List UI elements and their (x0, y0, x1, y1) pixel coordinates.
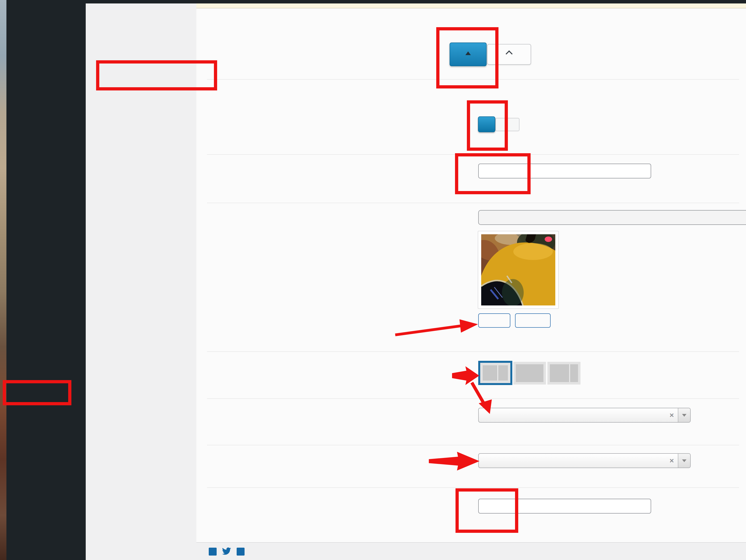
appearance-submenu (6, 8, 86, 17)
clear-icon[interactable]: × (669, 408, 674, 422)
divider (207, 352, 739, 352)
layout-option-full-width[interactable] (513, 362, 546, 385)
remove-button[interactable] (515, 313, 551, 328)
twitter-icon[interactable] (221, 547, 232, 557)
shop-column-select[interactable]: × (478, 453, 691, 468)
divider (207, 445, 739, 445)
caret-up-icon (465, 51, 471, 55)
show-banner-on-button[interactable] (478, 116, 495, 132)
divider (207, 154, 739, 155)
site-background-strip (0, 0, 6, 560)
number-of-products-input[interactable] (478, 499, 651, 513)
dropdown-arrow-icon[interactable] (678, 454, 690, 468)
layout-option-right-sidebar[interactable] (478, 361, 512, 385)
background-image-preview (478, 231, 559, 309)
linkedin-icon[interactable] (237, 548, 245, 556)
footer-band (196, 543, 746, 560)
caret-up-icon (506, 50, 513, 57)
notice-strip (196, 3, 746, 8)
taxi-photo (481, 234, 555, 305)
admin-top-bar (6, 0, 746, 3)
divider (207, 203, 739, 203)
background-image-url-input[interactable] (478, 210, 746, 225)
layout-option-split[interactable] (547, 362, 580, 385)
source-type-default-button[interactable] (450, 43, 487, 66)
wp-admin-sidebar (6, 0, 86, 560)
dropdown-arrow-icon[interactable] (678, 408, 690, 422)
banner-title-input[interactable] (478, 164, 651, 178)
facebook-icon[interactable] (209, 548, 217, 556)
clear-icon[interactable]: × (669, 454, 674, 468)
theme-options-menu-column (86, 3, 196, 560)
sidebar-select[interactable]: × (478, 408, 691, 423)
divider (207, 398, 739, 399)
wordpress-admin-screen: × × (0, 0, 746, 560)
divider (207, 79, 739, 80)
show-banner-off-button[interactable] (495, 118, 519, 131)
upload-button[interactable] (478, 313, 510, 328)
source-type-elementor-button[interactable] (487, 44, 531, 65)
divider (207, 487, 739, 488)
